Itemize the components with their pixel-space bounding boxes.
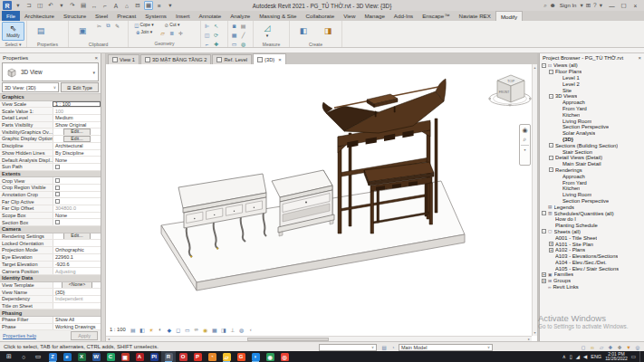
measure-icon[interactable]: ↔ [90,1,99,10]
isolate-icon[interactable]: ▦ [230,31,238,39]
aligned-dimension-icon[interactable]: ⌐ [101,1,110,10]
browser-item[interactable]: From Yard [540,106,644,112]
qat-customize-icon[interactable]: ▾ [166,1,175,10]
section-icon[interactable]: ⊟ [133,1,142,10]
wall-joins-icon[interactable]: ▱ [159,29,167,37]
filter-icon[interactable]: ▼ [625,344,632,351]
render-icon[interactable]: ◆ [166,326,173,333]
vcb-expand-icon[interactable]: ‹ [247,326,255,333]
browser-item[interactable]: {3D} [540,137,644,143]
checkbox[interactable] [55,220,60,224]
tree-expander-icon[interactable] [556,119,561,123]
property-row[interactable]: Sun Path [0,164,101,171]
checkbox[interactable] [55,199,60,204]
property-row[interactable]: View Scale 1 : 100 [0,101,101,109]
join-icon[interactable]: ⊕Join ▾ [130,29,158,35]
search-button[interactable]: ○ [16,351,31,362]
property-row[interactable]: View Name {3D} [0,289,101,296]
demolish-icon[interactable]: ✛ [177,29,185,37]
browser-item[interactable]: Main Stair Detail [540,161,644,167]
Add-Ins[interactable]: Add-Ins [389,11,418,21]
drag-on-selection-toggle-icon[interactable]: ✥ [616,344,623,351]
worksets-icon[interactable]: ▤ [380,344,388,351]
view-tab-close-icon[interactable]: × [278,57,282,62]
hscroll-thumb[interactable] [247,338,329,341]
tree-expander-icon[interactable] [556,81,561,86]
default-3d-view-icon[interactable]: ⌂ [122,1,131,10]
browser-item[interactable]: - Floor Plans [540,69,644,75]
design-option-combo[interactable]: Main Model∨ [399,344,493,351]
c-app-icon[interactable]: C [103,351,118,362]
move-icon[interactable]: ✚ [212,40,220,48]
properties-help-link[interactable]: Properties help [3,333,36,338]
Systems[interactable]: Systems [140,11,171,21]
tree-expander-icon[interactable]: - [549,156,553,160]
tree-expander-icon[interactable] [549,260,553,264]
browser-item[interactable]: A105 - Elev./ Stair Sections [540,265,644,272]
apply-button[interactable]: Apply [71,331,98,340]
tree-expander-icon[interactable] [556,88,561,92]
browser-item[interactable]: Site [540,87,644,93]
browser-item[interactable]: Section Perspective [540,124,644,130]
navbar-expand-icon[interactable]: ▾ [524,148,525,152]
tree-expander-icon[interactable] [549,266,553,271]
3D MẶT BẰNG TẦNG 2[interactable]: 3D MẶT BẰNG TẦNG 2 × [140,54,211,64]
project-browser-close-icon[interactable]: × [639,55,641,61]
start-button[interactable]: ⊞ [2,351,16,362]
checkbox[interactable] [55,165,60,169]
tree-expander-icon[interactable] [549,254,553,259]
cut-geometry-icon[interactable]: ⊘Cut ▾ [159,22,186,28]
Annotate[interactable]: Annotate [194,11,226,21]
property-row[interactable]: Graphic Display Options Edit... [0,136,101,143]
create-group-icon[interactable]: ◧ [292,22,315,41]
property-row[interactable]: Crop View [0,177,101,185]
property-row[interactable]: Extents [0,171,101,178]
notification-center-icon[interactable]: ▭ [631,354,636,359]
browser-item[interactable]: Kitchen [540,186,644,192]
property-row[interactable]: Far Clip Offset 304800.0 [0,205,101,213]
property-row[interactable]: View Template <None> [0,282,101,290]
cope-icon[interactable]: ◫Cope ▾ [130,22,158,28]
browser-item[interactable]: - 3D Views [540,93,644,100]
browser-item[interactable]: Kitchen [540,111,644,118]
open-icon[interactable]: ⊐ [24,1,34,10]
volume-icon[interactable]: ◀ [583,354,587,359]
close-button[interactable]: × [630,1,641,11]
graphics-icon[interactable]: ◍ [239,40,247,48]
print-icon[interactable]: ▤ [79,1,88,10]
tree-expander-icon[interactable]: + [542,279,546,283]
property-row[interactable]: Section Box [0,219,101,226]
redo-icon[interactable]: ↷ [68,1,77,10]
reveal-constraints-icon[interactable]: ⊥ [229,326,236,333]
tree-expander-icon[interactable]: - [542,211,546,215]
tree-expander-icon[interactable]: - [549,167,553,172]
viewcube-front-label[interactable]: FRONT [499,90,510,94]
Steel[interactable]: Steel [91,11,112,21]
Enscape™[interactable]: Enscape™ [418,11,454,21]
Collaborate[interactable]: Collaborate [302,11,340,21]
property-row[interactable]: Detail Level Medium [0,115,101,122]
property-row[interactable]: Phase Working Drawings [0,324,101,330]
browser-item[interactable]: Stair Section [540,148,644,155]
steering-wheel-icon[interactable]: ◉ [522,127,527,134]
tree-expander-icon[interactable] [556,106,561,110]
tree-expander-icon[interactable] [556,100,561,105]
revit-logo[interactable]: R [3,1,12,10]
editable-only-toggle-icon[interactable]: ◻ [580,344,587,351]
tree-expander-icon[interactable]: - [542,63,546,68]
properties-palette-button[interactable]: ▤ [29,22,53,41]
Architecture[interactable]: Architecture [20,11,59,21]
edit-type-button[interactable]: ⊞ Edit Type [61,82,99,92]
chrome-icon[interactable]: ◎ [277,351,292,362]
g-app-icon[interactable]: G [234,351,248,362]
globe-app-icon[interactable]: ◉ [263,351,277,362]
tree-expander-icon[interactable] [549,217,553,222]
browser-item[interactable]: ▤ Legends [540,204,644,210]
show-desktop-button[interactable] [639,351,642,362]
chat-app-icon[interactable]: Z [45,351,60,362]
viewcube-top-label[interactable]: TOP [507,79,514,83]
ribbon-panel-label[interactable]: Clipboard [69,42,128,47]
type-dropdown-icon[interactable]: ▾ [92,70,95,75]
select-links-toggle-icon[interactable]: ∞ [589,344,596,351]
tree-expander-icon[interactable] [556,112,561,117]
